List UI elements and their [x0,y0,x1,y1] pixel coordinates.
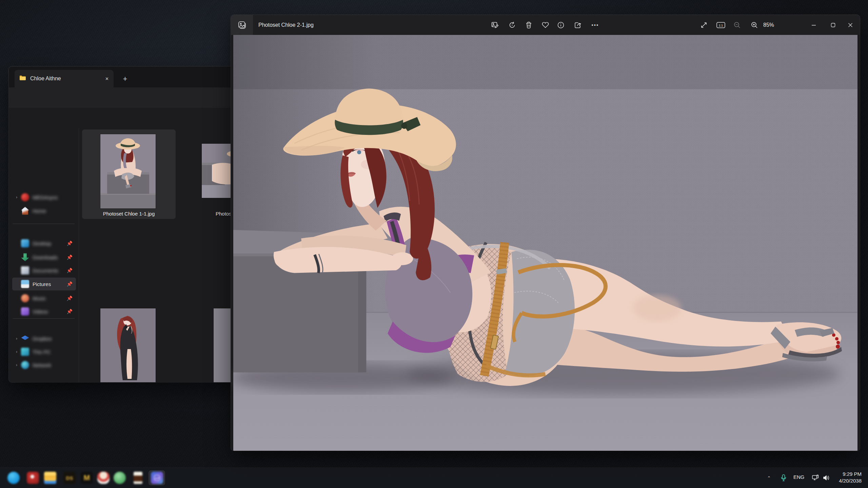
minimize-button[interactable] [804,15,823,35]
photos-title-bar: Photoset Chloe 2-1.jpg ••• 1:1 [231,15,860,35]
photos-title: Photoset Chloe 2-1.jpg [258,15,314,35]
taskbar-app-m[interactable]: M [79,470,94,485]
sidebar-divider [13,224,75,224]
viewer-image [233,35,857,451]
documents-icon [21,266,29,274]
photos-app-icon[interactable] [231,15,253,35]
share-icon[interactable] [570,17,586,33]
taskbar-file-explorer[interactable] [43,470,58,485]
actual-size-icon[interactable]: 1:1 [713,17,728,33]
info-icon[interactable] [553,17,568,33]
sidebar-item-this-pc[interactable]: › This PC [12,345,76,358]
start-icon [7,472,20,484]
network-icon[interactable] [810,472,821,483]
taskbar-photos-active[interactable] [149,470,165,485]
taskbar: DS M ⌃ ENG 9:29 PM 4/20/2038 [0,468,868,488]
rotate-icon[interactable] [505,17,520,33]
taskbar-app-red[interactable] [25,470,40,485]
file-tile-photoset-chloe-4-2[interactable]: Photoset Chloe 4-2.jpg [82,217,175,306]
zoom-out-icon[interactable] [729,17,745,33]
music-icon [21,294,29,302]
new-tab-button[interactable]: + [119,74,131,84]
pin-icon: 📌 [67,309,73,314]
app-ds-icon: DS [63,472,76,484]
date: 4/20/2038 [832,477,862,484]
taskbar-app-ds[interactable]: DS [62,470,77,485]
zoom-in-icon[interactable] [747,17,762,33]
file-name: Photoset Chloe 1-1.jpg [82,211,175,217]
microphone-icon[interactable] [778,472,789,483]
delete-icon[interactable] [521,17,536,33]
photos-window: Photoset Chloe 2-1.jpg ••• 1:1 [231,15,860,451]
app-green-icon [114,472,126,484]
sidebar-item-music[interactable]: Music 📌 [12,292,76,305]
pin-icon: 📌 [67,281,73,287]
sidebar-item-dropbox[interactable]: › Dropbox [12,332,76,345]
app-mascot-icon [97,472,110,484]
tab-title: Chloe Aithne [30,76,101,82]
folder-icon [19,75,26,82]
pictures-icon [21,280,29,288]
app-beer-icon [134,472,142,484]
sidebar-item-network[interactable]: › Network [12,359,76,371]
taskbar-app-mascot[interactable] [96,470,111,485]
pin-icon: 📌 [67,255,73,260]
expand-icon[interactable]: › [12,336,21,341]
sidebar-item-desktop[interactable]: Desktop 📌 [12,237,76,250]
language-indicator[interactable]: ENG [793,474,805,480]
fullscreen-icon[interactable] [696,17,711,33]
photos-app-icon [151,472,163,484]
zoom-level: 85% [763,15,774,35]
sidebar-item-pictures[interactable]: Pictures 📌 [12,278,76,290]
sidebar-divider-rail [79,128,79,382]
megasync-icon [21,193,29,201]
tab-close-icon[interactable]: ✕ [105,76,109,81]
app-red-icon [27,472,39,484]
explorer-sidebar: › MEGAsync Home Desktop 📌 Downloads 📌 [9,128,79,382]
sidebar-divider [13,318,75,319]
explorer-tab-chloe-aithne[interactable]: Chloe Aithne ✕ [15,70,114,87]
home-icon [21,207,29,215]
favorite-icon[interactable] [538,17,553,33]
more-icon[interactable]: ••• [588,17,603,33]
hidden-icons-chevron[interactable]: ⌃ [764,472,774,483]
file-thumbnail[interactable] [100,308,156,382]
sidebar-item-videos[interactable]: Videos 📌 [12,305,76,318]
this-pc-icon [21,348,29,356]
videos-icon [21,307,29,316]
pin-icon: 📌 [67,241,73,246]
volume-icon[interactable] [821,472,832,483]
file-explorer-icon [44,472,56,484]
file-thumbnail[interactable] [100,134,156,208]
app-m-icon: M [81,472,93,484]
sidebar-item-downloads[interactable]: Downloads 📌 [12,251,76,264]
edit-image-icon[interactable] [487,17,502,33]
expand-icon[interactable]: › [12,363,21,367]
sidebar-item-home[interactable]: Home [12,204,76,217]
pin-icon: 📌 [67,296,73,301]
sidebar-item-documents[interactable]: Documents 📌 [12,264,76,277]
maximize-button[interactable] [823,15,843,35]
downloads-icon [21,253,29,261]
desktop-icon [21,239,29,247]
actual-size-label: 1:1 [718,24,723,27]
expand-icon[interactable]: › [12,349,21,354]
expand-icon[interactable]: › [12,195,21,200]
taskbar-start-button[interactable] [6,470,21,485]
clock[interactable]: 9:29 PM 4/20/2038 [832,471,862,484]
close-button[interactable] [841,15,860,35]
taskbar-app-beer[interactable] [131,470,145,485]
time: 9:29 PM [832,471,862,477]
file-tile-photoset-chloe-1-1[interactable]: Photoset Chloe 1-1.jpg [82,130,175,219]
network-icon [21,361,29,369]
pin-icon: 📌 [67,268,73,273]
sidebar-item-megasync[interactable]: › MEGAsync [12,191,76,204]
dropbox-icon [21,334,29,343]
taskbar-app-green[interactable] [112,470,127,485]
